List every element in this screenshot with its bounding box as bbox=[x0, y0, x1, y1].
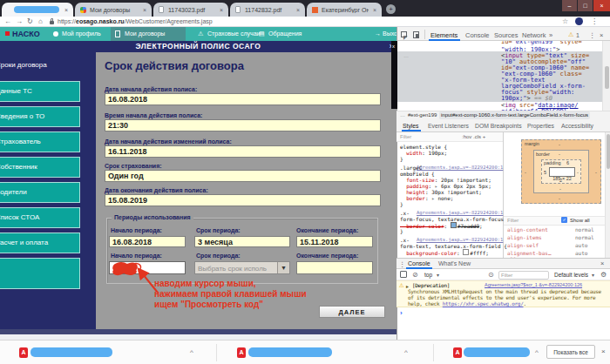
sidebar-item-drivers[interactable]: Водители bbox=[0, 182, 80, 203]
console-context-select[interactable]: top bbox=[424, 272, 432, 278]
drawer-close-icon[interactable]: × bbox=[600, 260, 604, 267]
browser-tab-pdf2[interactable]: 11742832.pdf × bbox=[230, 3, 305, 17]
period1-term-input[interactable]: 3 месяца bbox=[194, 236, 290, 247]
downloads-close-icon[interactable]: × bbox=[601, 347, 606, 355]
expand-chevron-icon[interactable]: ^ bbox=[535, 348, 539, 356]
nav-item-claims[interactable]: Страховые случаи bbox=[207, 27, 260, 41]
styles-toggles[interactable]: :hov .cls + bbox=[462, 134, 485, 139]
tab-close-icon[interactable]: × bbox=[373, 7, 376, 13]
sidebar-item-insurer[interactable]: Страхователь bbox=[0, 131, 80, 152]
margin-left-value[interactable]: - bbox=[525, 170, 526, 175]
dom-line-selected[interactable]: 190px;"> == $0 bbox=[501, 96, 552, 102]
console-settings-gear-icon[interactable]: ⚙ bbox=[600, 271, 607, 279]
breadcrumb-more[interactable]: … bbox=[400, 112, 405, 118]
computed-prop[interactable]: align-items bbox=[507, 234, 542, 240]
profile-avatar[interactable] bbox=[575, 17, 583, 25]
computed-prop[interactable]: alignment-bas… bbox=[507, 250, 552, 256]
margin-top-value[interactable]: - bbox=[559, 142, 560, 147]
devtools-tab-console[interactable]: Console bbox=[465, 31, 490, 39]
tab-close-icon[interactable]: × bbox=[143, 7, 146, 13]
tab-accessibility[interactable]: Accessibility bbox=[561, 123, 593, 129]
css-rule-line[interactable]: .x- bbox=[400, 210, 410, 216]
computed-scrollbar[interactable] bbox=[605, 132, 610, 258]
download-item[interactable]: A ^ bbox=[434, 340, 543, 364]
browser-menu-icon[interactable]: ⋮ bbox=[591, 18, 598, 25]
padding-right-value[interactable]: - bbox=[577, 170, 579, 175]
css-rule-line[interactable]: padding: ▸ 6px 0px 2px 5px; bbox=[400, 183, 491, 189]
nav-item-appeals[interactable]: Обращения bbox=[268, 27, 302, 41]
period2-term-select[interactable]: Выбрать срок исполь ▼ bbox=[194, 261, 290, 274]
warning-source-link[interactable]: Agreements.jasp?$scr_1 &v=-822924200:126 bbox=[485, 282, 582, 287]
padding-left-value[interactable]: 5 bbox=[544, 170, 546, 175]
nav-item-contracts[interactable]: Мои договоры bbox=[111, 27, 186, 41]
sidebar-item-owner[interactable]: Собственник bbox=[0, 157, 80, 178]
margin-bottom-value[interactable]: - bbox=[559, 196, 560, 201]
browser-tab-censored[interactable]: × bbox=[2, 3, 73, 17]
nav-item-profile[interactable]: Мой профиль bbox=[62, 27, 101, 41]
css-rule-line[interactable]: .x- bbox=[400, 237, 410, 243]
expand-chevron-icon[interactable]: ^ bbox=[404, 348, 408, 356]
period1-end-input[interactable]: 15.11.2018 bbox=[296, 236, 373, 247]
window-close-button[interactable]: × bbox=[593, 0, 610, 11]
more-tabs-icon[interactable]: » bbox=[549, 31, 552, 39]
new-tab-button[interactable]: + bbox=[386, 4, 396, 14]
sidebar-item-vehicle[interactable]: Данные ТС bbox=[0, 81, 80, 102]
css-rule-line[interactable]: height: 30px !important; bbox=[400, 189, 482, 195]
tab-event-listeners[interactable]: Event Listeners bbox=[428, 123, 469, 129]
stylesheet-link[interactable]: Agreements.jasp…v=-822924200:1 bbox=[417, 165, 503, 170]
changes-start-date-input[interactable]: 16.11.2018 bbox=[105, 145, 381, 158]
tab-styles[interactable]: Styles bbox=[403, 123, 419, 129]
warning-badge-icon[interactable]: ⚠ bbox=[568, 31, 573, 38]
tab-properties[interactable]: Properties bbox=[527, 123, 554, 129]
devtools-close-icon[interactable]: × bbox=[600, 31, 603, 39]
console-sidebar-icon[interactable] bbox=[400, 271, 407, 278]
log-levels-select[interactable]: Default levels bbox=[554, 272, 588, 278]
modal-close-x[interactable]: х bbox=[392, 44, 395, 49]
console-filter-input[interactable]: Filter bbox=[498, 271, 549, 280]
devtools-tab-sources[interactable]: Sources bbox=[494, 31, 518, 39]
devtools-tab-elements[interactable]: Elements bbox=[430, 31, 458, 39]
css-rule-line[interactable]: form-focus, textarea.x-form-focus { bbox=[400, 216, 510, 222]
browser-tab-contracts[interactable]: Мои договоры × bbox=[75, 3, 152, 17]
whats-new-tab[interactable]: What's New bbox=[438, 260, 471, 266]
console-prompt[interactable]: › bbox=[400, 309, 403, 317]
browser-tab-pdf1[interactable]: 11743023.pdf × bbox=[153, 3, 228, 17]
bookmark-star-icon[interactable]: ☆ bbox=[562, 18, 568, 25]
css-rule-line[interactable]: element.style { bbox=[400, 144, 447, 150]
window-maximize-button[interactable]: □ bbox=[578, 0, 593, 11]
home-icon[interactable]: ⌂ bbox=[38, 18, 43, 25]
css-rule-line[interactable]: form-text, textarea.x-form-field { bbox=[400, 243, 507, 249]
sidebar-item-payment[interactable]: Расчет и оплата bbox=[0, 233, 80, 253]
scrollbar-thumb[interactable] bbox=[605, 66, 609, 89]
clear-console-icon[interactable]: ⊘ bbox=[412, 271, 418, 279]
border-bottom-value[interactable]: - bbox=[559, 186, 561, 192]
css-rule-line[interactable]: } bbox=[400, 228, 403, 234]
browser-tab-ekb[interactable]: Екатеринбург Онлайн × bbox=[307, 3, 382, 17]
sidebar-item-terms-active[interactable]: Сроки договора bbox=[0, 61, 47, 69]
styles-filter-placeholder[interactable]: Filter bbox=[400, 134, 411, 139]
show-all-downloads-button[interactable]: Показать все bbox=[546, 345, 595, 359]
tab-close-icon[interactable]: × bbox=[220, 7, 223, 13]
show-all-checkbox[interactable]: ✓ bbox=[561, 217, 567, 223]
next-button[interactable]: ДАЛЕЕ bbox=[319, 306, 385, 318]
stylesheet-link[interactable]: Agreements.jasp…v=-822924200:1 bbox=[417, 237, 503, 242]
computed-prop[interactable]: align-self bbox=[507, 242, 539, 248]
policy-end-date-input[interactable]: 15.08.2019 bbox=[105, 194, 381, 206]
insurance-term-input[interactable]: Один год bbox=[105, 170, 381, 182]
margin-right-value[interactable]: - bbox=[595, 170, 597, 175]
sidebar-item-to[interactable]: Сведения о ТО bbox=[0, 106, 80, 127]
chevron-down-icon[interactable]: ▼ bbox=[277, 262, 289, 273]
computed-filter-placeholder[interactable]: Filter bbox=[507, 218, 518, 223]
download-item[interactable]: A ^ bbox=[217, 340, 433, 364]
css-rule-line[interactable]: border-color: #7eadd9; bbox=[400, 222, 483, 229]
policy-start-time-input[interactable]: 21:30 bbox=[105, 119, 381, 131]
reload-icon[interactable]: ↻ bbox=[27, 18, 33, 25]
padding-bottom-value[interactable]: 2 bbox=[559, 178, 562, 183]
breadcrumb-parent[interactable]: #ext-gen199 bbox=[408, 112, 437, 118]
period1-start-input[interactable]: 16.08.2018 bbox=[109, 236, 186, 247]
console-tab[interactable]: Console bbox=[408, 260, 430, 266]
stylesheet-link[interactable]: Agreements.jasp…v=-822924200:1 bbox=[417, 210, 503, 215]
back-icon[interactable]: ← bbox=[4, 18, 11, 25]
elements-scrollbar[interactable] bbox=[602, 41, 610, 111]
css-rule-line[interactable]: border: ▸ none; bbox=[400, 195, 453, 201]
